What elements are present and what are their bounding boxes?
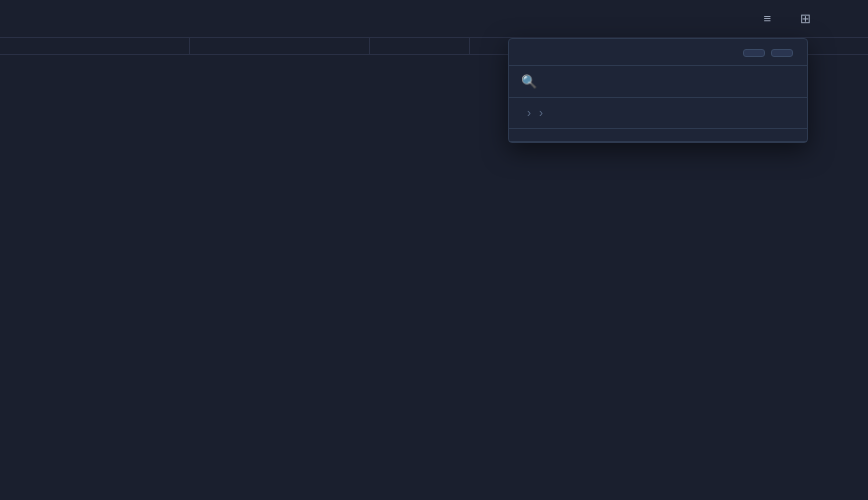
- column-header-network[interactable]: [370, 38, 470, 54]
- breadcrumb-bar: › ›: [509, 98, 807, 129]
- search-box: 🔍: [509, 66, 807, 98]
- columns-panel: 🔍 › ›: [508, 38, 808, 143]
- search-input[interactable]: [545, 75, 795, 89]
- search-icon: 🔍: [521, 74, 537, 89]
- breadcrumb-sep-2: ›: [539, 106, 543, 120]
- toolbar: ≡ ⊞: [0, 0, 868, 38]
- load-button[interactable]: [743, 49, 765, 57]
- wrap-text-button[interactable]: ≡: [755, 7, 784, 30]
- fields-info: [509, 129, 807, 142]
- columns-icon: ⊞: [800, 11, 811, 26]
- column-header-d[interactable]: [190, 38, 370, 54]
- save-button[interactable]: [771, 49, 793, 57]
- wrap-text-icon: ≡: [763, 11, 771, 26]
- breadcrumb-sep-1: ›: [527, 106, 531, 120]
- panel-header: [509, 39, 807, 66]
- columns-button[interactable]: ⊞: [792, 7, 824, 30]
- column-header-ttl[interactable]: [0, 38, 190, 54]
- panel-actions: [743, 49, 793, 57]
